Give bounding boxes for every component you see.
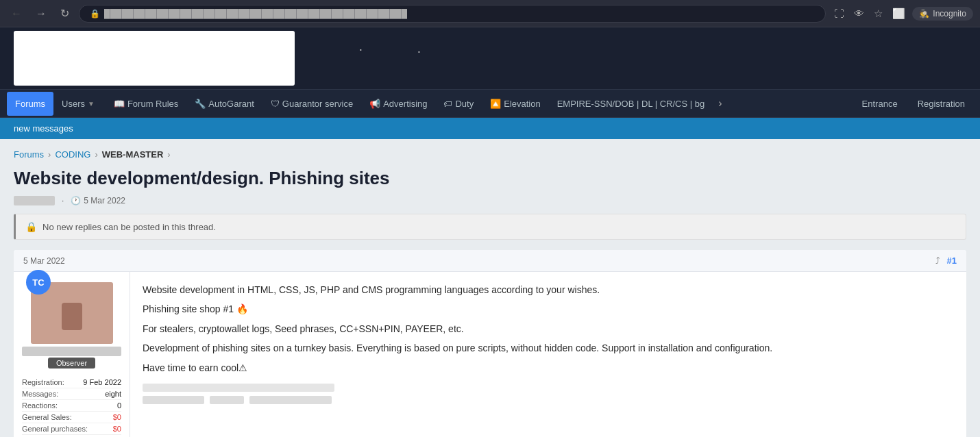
clock-icon: 🕐 [71, 196, 81, 205]
breadcrumb-coding[interactable]: CODING [55, 149, 90, 160]
nav-autogarant[interactable]: 🔧 AutoGarant [186, 92, 262, 116]
post-container: 5 Mar 2022 ⤴ #1 TC [14, 250, 966, 437]
user-sidebar: TC Observer [14, 272, 130, 437]
new-messages-bar[interactable]: new messages [0, 118, 980, 139]
nav-right-items: Entrance Registration [854, 92, 973, 116]
blurred-line-row [143, 396, 954, 404]
nav-autogarant-label: AutoGarant [208, 99, 254, 109]
nav-forums-label: Forums [15, 99, 45, 109]
breadcrumb-forums[interactable]: Forums [14, 149, 44, 160]
thread-author-placeholder [14, 196, 55, 205]
reload-button[interactable]: ↻ [56, 4, 73, 23]
avatar-figure [62, 303, 82, 330]
post-line3: For stealers, cryptowallet logs, Seed ph… [143, 321, 954, 336]
blurred-chip-2 [210, 396, 244, 404]
nav-guarantor-label: Guarantor service [282, 99, 353, 109]
bookmark-button[interactable]: ☆ [871, 5, 885, 23]
incognito-icon: 🕵 [919, 9, 929, 18]
messages-label: Messages: [22, 390, 58, 398]
nav-forum-rules[interactable]: 📖 Forum Rules [106, 92, 186, 116]
post-content: Website development in HTML, CSS, JS, PH… [130, 272, 966, 437]
locked-notice: 🔒 No new replies can be posted in this t… [14, 214, 966, 240]
post-body: TC Observer [14, 272, 966, 437]
registration-label: Registration: [22, 378, 64, 386]
breadcrumb-sep2: › [95, 149, 97, 160]
nav-elevation[interactable]: 🔼 Elevation [482, 92, 548, 116]
nav-empire[interactable]: EMPIRE-SSN/DOB | DL | CR/CS | bg [549, 92, 713, 116]
breadcrumb-webmaster: WEB-MASTER [102, 149, 164, 160]
post-text: Website development in HTML, CSS, JS, PH… [143, 282, 954, 375]
nav-forums[interactable]: Forums [7, 92, 53, 116]
eye-off-button[interactable]: 👁 [851, 5, 867, 22]
nav-empire-label: EMPIRE-SSN/DOB | DL | CR/CS | bg [557, 99, 705, 109]
incognito-badge: 🕵 Incognito [912, 7, 973, 21]
logo-area: • • [0, 27, 980, 89]
nav-duty[interactable]: 🏷 Duty [435, 92, 482, 116]
lock-icon: 🔒 [90, 9, 100, 18]
registration-value: 9 Feb 2022 [83, 378, 121, 386]
browser-chrome: ← → ↻ 🔒 ████████████████████████████████… [0, 0, 980, 27]
users-dropdown-arrow: ▼ [88, 100, 95, 108]
nav-elevation-label: Elevation [504, 99, 540, 109]
site-logo [14, 31, 295, 86]
blurred-chip-3 [249, 396, 332, 404]
forward-button[interactable]: → [32, 5, 51, 23]
incognito-label: Incognito [933, 9, 966, 18]
blurred-line-1 [143, 384, 334, 392]
breadcrumb-sep3: › [167, 149, 170, 160]
nav-guarantor[interactable]: 🛡 Guarantor service [262, 92, 361, 116]
nav-entrance-label: Entrance [862, 99, 898, 109]
nav-duty-label: Duty [455, 99, 474, 109]
post-line2: Phishing site shop #1 🔥 [143, 301, 954, 316]
screen-share-button[interactable]: ⛶ [831, 5, 847, 22]
duty-icon: 🏷 [443, 99, 452, 109]
locked-notice-text: No new replies can be posted in this thr… [42, 222, 216, 232]
address-bar[interactable]: 🔒 ██████████████████████████████████████… [79, 5, 826, 23]
reactions-label: Reactions: [22, 401, 58, 410]
nav-advertising[interactable]: 📢 Advertising [361, 92, 435, 116]
user-stat-reactions: Reactions: 0 [22, 400, 121, 412]
user-name-placeholder [22, 347, 121, 356]
reactions-value: 0 [117, 401, 121, 410]
nav-entrance[interactable]: Entrance [854, 92, 906, 116]
nav-advertising-label: Advertising [383, 99, 427, 109]
thread-meta-dot: · [62, 196, 64, 205]
nav-users[interactable]: Users ▼ [53, 92, 103, 116]
general-purchases-value: $0 [113, 425, 121, 433]
post-line5: Have time to earn cool⚠ [143, 360, 954, 375]
user-stats: Registration: 9 Feb 2022 Messages: eight… [22, 377, 121, 437]
elevation-icon: 🔼 [490, 99, 501, 109]
thread-meta: · 🕐 5 Mar 2022 [14, 196, 966, 205]
general-sales-value: $0 [113, 413, 121, 421]
nav-registration[interactable]: Registration [909, 92, 973, 116]
post-actions: ⤴ #1 [935, 255, 957, 266]
nav-forum-rules-label: Forum Rules [127, 99, 178, 109]
address-text: ████████████████████████████████████████… [104, 9, 407, 18]
post-blurred-lines [143, 384, 954, 404]
browser-actions: ⛶ 👁 ☆ ⬜ 🕵 Incognito [831, 5, 973, 23]
content-area: Forums › CODING › WEB-MASTER › Website d… [0, 139, 980, 437]
sidebar-button[interactable]: ⬜ [890, 5, 908, 23]
user-role-text: Observer [56, 359, 87, 367]
thread-title: Website development/design. Phishing sit… [14, 168, 966, 189]
messages-value: eight [105, 390, 121, 398]
nav-more-button[interactable]: › [713, 95, 727, 112]
post-line1: Website development in HTML, CSS, JS, PH… [143, 282, 954, 297]
breadcrumb-sep1: › [48, 149, 51, 160]
nav-registration-label: Registration [918, 99, 965, 109]
thread-date-text: 5 Mar 2022 [84, 196, 125, 205]
shield-icon: 🛡 [271, 99, 280, 109]
post-number: #1 [947, 255, 957, 266]
user-stat-registration: Registration: 9 Feb 2022 [22, 377, 121, 388]
blurred-chip-1 [143, 396, 204, 404]
share-icon[interactable]: ⤴ [935, 255, 940, 266]
user-initials: TC [32, 277, 44, 288]
breadcrumb: Forums › CODING › WEB-MASTER › [14, 149, 966, 160]
autogarant-icon: 🔧 [195, 99, 206, 109]
advertising-icon: 📢 [369, 99, 380, 109]
back-button[interactable]: ← [7, 5, 26, 23]
general-sales-label: General Sales: [22, 413, 72, 421]
user-tc-badge: TC [26, 270, 51, 295]
post-line4: Development of phishing sites on a turnk… [143, 340, 954, 355]
post-header: 5 Mar 2022 ⤴ #1 [14, 250, 966, 272]
